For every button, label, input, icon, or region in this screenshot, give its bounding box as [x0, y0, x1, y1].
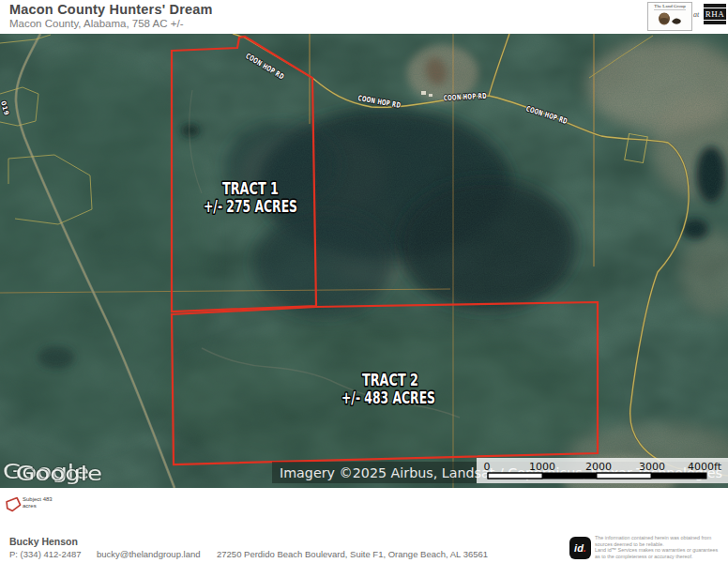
land-id-logo-dot: . — [584, 542, 586, 554]
page-subtitle: Macon County, Alabama, 758 AC +/- — [9, 18, 184, 29]
google-watermark[interactable]: Google Google — [3, 461, 102, 485]
map-canvas[interactable]: COON HOP RD COON HOP RD COON HOP RD COON… — [0, 34, 728, 488]
agent-phone: P: (334) 412-2487 — [9, 549, 82, 559]
tract1-label: TRACT 1 — [222, 178, 279, 198]
page-title: Macon County Hunters' Dream — [9, 2, 213, 17]
page: Macon County Hunters' Dream Macon County… — [0, 0, 728, 563]
agent-email: bucky@thelandgroup.land — [97, 549, 201, 559]
tract2-acres-label: +/- 483 ACRES — [341, 388, 435, 407]
subject-polygon-icon — [5, 495, 22, 513]
building — [429, 94, 432, 97]
header: Macon County Hunters' Dream Macon County… — [0, 0, 728, 34]
tract2-label: TRACT 2 — [362, 370, 418, 389]
satellite-map[interactable]: COON HOP RD COON HOP RD COON HOP RD COON… — [0, 34, 728, 488]
land-id-logo-text: id — [574, 542, 584, 554]
pinecone-icon — [656, 10, 684, 25]
scale-bar-segments — [488, 473, 706, 479]
scale-tick-1: 1000 — [529, 461, 555, 473]
scale-bar: 0 1000 2000 3000 4000ft — [477, 458, 728, 483]
rha-logo-text: RHA — [703, 8, 728, 21]
office-address: 27250 Perdido Beach Boulevard, Suite F1,… — [217, 549, 488, 559]
scale-tick-0: 0 — [484, 461, 491, 473]
legend-subject-label: Subject 483 acres — [23, 496, 53, 510]
legend: Subject 483 acres — [0, 488, 728, 524]
tract1-acres-label: +/- 275 ACRES — [204, 196, 297, 216]
disclaimer-text: The information contained herein was obt… — [595, 535, 726, 559]
agent-name: Bucky Henson — [9, 536, 78, 547]
scale-tick-3: 3000 — [639, 461, 665, 473]
scale-tick-4: 4000ft — [688, 461, 722, 473]
land-group-logo: The Land Group — [647, 2, 692, 31]
scale-tick-2: 2000 — [585, 461, 612, 473]
google-watermark-text-ghost: Google — [16, 463, 102, 485]
rha-logo: RHA — [704, 4, 726, 24]
land-group-logo-name: The Land Group — [654, 4, 685, 8]
land-id-logo: id. — [569, 537, 591, 559]
building — [421, 91, 426, 95]
footer: Bucky Henson P: (334) 412-2487 bucky@the… — [0, 524, 728, 563]
brand-conjunction: at — [693, 10, 699, 19]
